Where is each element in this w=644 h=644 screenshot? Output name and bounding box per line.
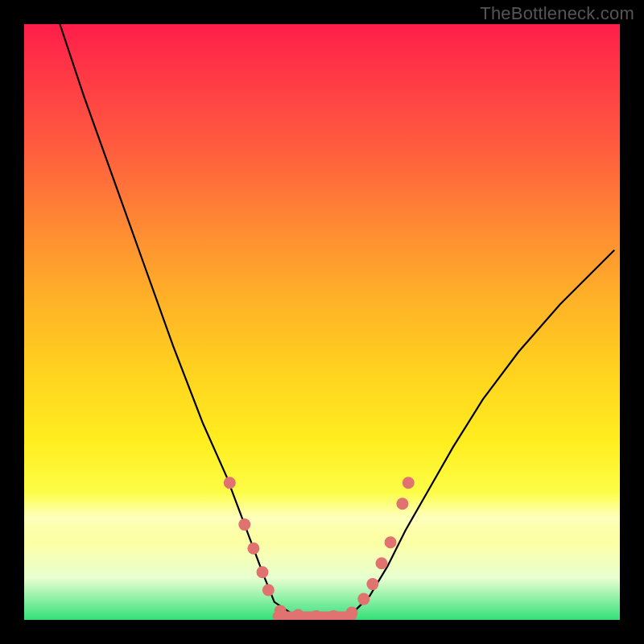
watermark-text: TheBottleneck.com [480,3,634,24]
chart-frame: TheBottleneck.com [0,0,644,644]
marker-dot [238,518,250,530]
marker-dot [366,578,378,590]
marker-dot [396,497,408,510]
bottleneck-curve [60,24,613,617]
marker-dot [357,593,369,605]
marker-dot [385,536,397,548]
marker-dot [262,584,275,597]
marker-dot [376,557,388,569]
marker-dot [346,607,358,619]
marker-dot [402,477,415,489]
chart-svg [24,24,620,620]
marker-group [224,477,415,620]
plot-area [24,24,620,620]
marker-dot [224,477,236,489]
marker-dot [292,609,304,620]
marker-dot [275,605,287,617]
marker-dot [247,543,259,555]
marker-dot [257,566,269,578]
